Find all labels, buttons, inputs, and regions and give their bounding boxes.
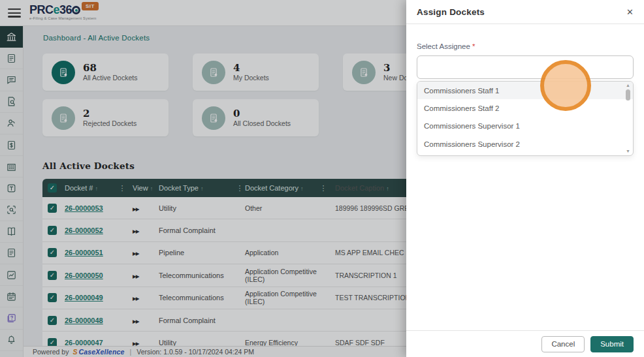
assignee-input[interactable] [417,55,634,79]
dropdown-scrollbar[interactable]: ▲ ▼ [624,83,632,154]
assignee-dropdown: Commissioners Staff 1 Commissioners Staf… [417,81,634,156]
submit-button[interactable]: Submit [590,336,634,352]
app-screen: PRCe36 e-Filing & Case Management System… [0,0,644,357]
cancel-button[interactable]: Cancel [541,336,585,352]
dropdown-option[interactable]: Commissioners Staff 1 [417,82,633,99]
scrollbar-thumb[interactable] [626,89,630,101]
close-icon[interactable]: ✕ [626,8,634,16]
modal-header: Assign Dockets ✕ [406,0,644,24]
dropdown-option[interactable]: Commissioners Supervisor 2 [417,135,633,153]
modal-body: Select Assignee * Commissioners Staff 1 … [406,24,644,166]
scroll-down-icon[interactable]: ▼ [626,149,630,154]
required-asterisk: * [472,42,475,50]
assign-dockets-modal: Assign Dockets ✕ Select Assignee * Commi… [406,0,644,357]
modal-footer: Cancel Submit [406,330,644,357]
dropdown-option[interactable]: Commissioners Staff 2 [417,99,633,117]
scroll-up-icon[interactable]: ▲ [626,83,630,88]
assignee-label: Select Assignee * [417,42,634,50]
dropdown-option[interactable]: Commissioners Supervisor 1 [417,117,633,135]
modal-backdrop[interactable] [0,0,406,357]
modal-title: Assign Dockets [417,7,485,17]
